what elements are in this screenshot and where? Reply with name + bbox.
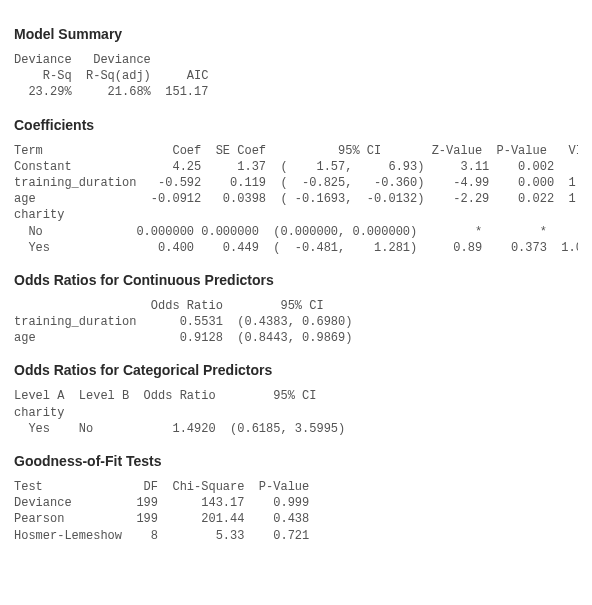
gof-table: Test DF Chi-Square P-Value Deviance 199 … [14, 479, 578, 544]
coefficients-table: Term Coef SE Coef 95% CI Z-Value P-Value… [14, 143, 578, 256]
coefficients-heading: Coefficients [14, 117, 578, 133]
model-summary-heading: Model Summary [14, 26, 578, 42]
odds-categorical-heading: Odds Ratios for Categorical Predictors [14, 362, 578, 378]
odds-continuous-heading: Odds Ratios for Continuous Predictors [14, 272, 578, 288]
odds-continuous-table: Odds Ratio 95% CI training_duration 0.55… [14, 298, 578, 347]
gof-heading: Goodness-of-Fit Tests [14, 453, 578, 469]
model-summary-table: Deviance Deviance R-Sq R-Sq(adj) AIC 23.… [14, 52, 578, 101]
odds-categorical-table: Level A Level B Odds Ratio 95% CI charit… [14, 388, 578, 437]
